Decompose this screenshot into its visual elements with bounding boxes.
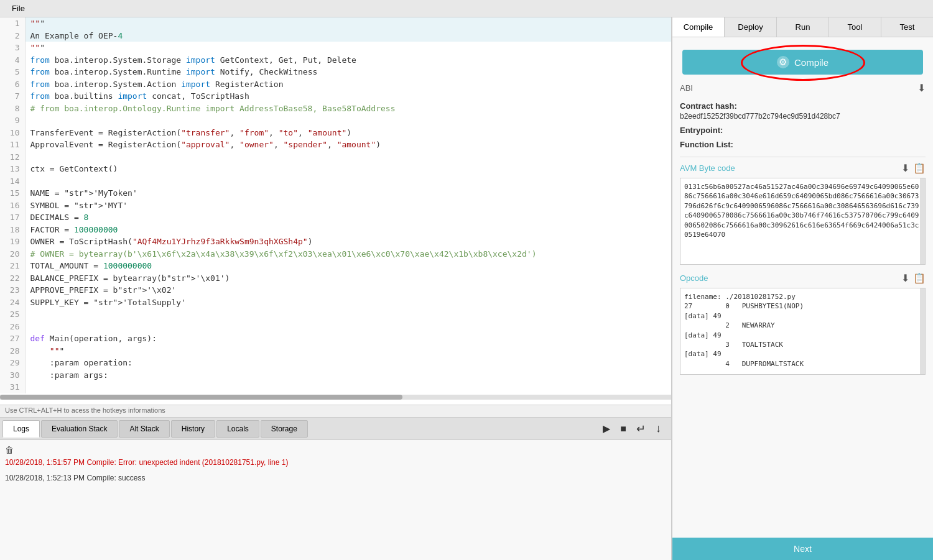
bottom-tab-bar: Logs Evaluation Stack Alt Stack History … xyxy=(0,418,671,440)
log-entry: 10/28/2018, 1:51:57 PM Compile: Error: u… xyxy=(5,457,666,468)
line-number: 23 xyxy=(0,284,25,296)
tab-test[interactable]: Test xyxy=(881,17,933,37)
line-number: 4 xyxy=(0,54,25,67)
line-content: """ xyxy=(25,42,671,54)
tab-history[interactable]: History xyxy=(171,420,215,438)
line-content: # OWNER = bytearray(b'\x61\x6f\x2a\x4a\x… xyxy=(25,248,671,260)
line-content xyxy=(25,381,671,393)
status-bar: Use CTRL+ALT+H to acess the hotkeys info… xyxy=(0,405,671,417)
line-content: def Main(operation, args): xyxy=(25,333,671,345)
line-number: 7 xyxy=(0,90,25,103)
line-content: TransferEvent = RegisterAction("transfer… xyxy=(25,127,671,139)
line-number: 2 xyxy=(0,30,25,42)
line-number: 12 xyxy=(0,151,25,163)
right-content: ⚙ Compile ABI ⬇ Contract hash: b2eedf152… xyxy=(672,37,933,538)
opcode-section: Opcode ⬇ 📋 filename: ./201810281752.py 2… xyxy=(680,272,926,375)
line-content: :param operation: xyxy=(25,357,671,369)
tab-logs[interactable]: Logs xyxy=(2,420,40,438)
function-list-label: Function List: xyxy=(680,140,926,149)
compile-btn-wrapper: ⚙ Compile xyxy=(682,50,923,75)
avm-download-button[interactable]: ⬇ xyxy=(901,162,909,174)
line-number: 29 xyxy=(0,357,25,369)
line-number: 31 xyxy=(0,381,25,393)
line-number: 3 xyxy=(0,42,25,54)
abi-row: ABI ⬇ xyxy=(680,80,926,96)
line-number: 14 xyxy=(0,175,25,188)
play-button[interactable]: ▶ xyxy=(600,421,613,436)
avm-bytecode-content: 0131c56b6a00527ac46a51527ac46a00c304696e… xyxy=(684,183,919,239)
opcode-download-button[interactable]: ⬇ xyxy=(901,272,909,284)
tab-run[interactable]: Run xyxy=(777,17,829,37)
line-content xyxy=(25,175,671,188)
line-number: 30 xyxy=(0,369,25,382)
tab-deploy[interactable]: Deploy xyxy=(725,17,777,37)
right-tab-bar: Compile Deploy Run Tool Test xyxy=(672,17,933,37)
line-content: An Example of OEP-4 xyxy=(25,30,671,42)
horizontal-scrollbar[interactable] xyxy=(0,395,671,400)
compile-button[interactable]: ⚙ Compile xyxy=(682,50,923,75)
line-number: 6 xyxy=(0,78,25,91)
line-number: 17 xyxy=(0,211,25,224)
line-content: DECIMALS = 8 xyxy=(25,211,671,224)
line-content: FACTOR = 100000000 xyxy=(25,224,671,236)
line-number: 10 xyxy=(0,127,25,139)
line-number: 24 xyxy=(0,296,25,309)
abi-download-button[interactable]: ⬇ xyxy=(917,82,926,94)
opcode-label[interactable]: Opcode xyxy=(680,273,708,283)
line-content: # from boa.interop.Ontology.Runtime impo… xyxy=(25,103,671,115)
tab-alt-stack[interactable]: Alt Stack xyxy=(119,420,169,438)
tab-evaluation-stack[interactable]: Evaluation Stack xyxy=(41,420,118,438)
menu-bar: File xyxy=(0,0,933,17)
menu-item-file[interactable]: File xyxy=(5,2,32,15)
line-number: 21 xyxy=(0,260,25,272)
avm-section: AVM Byte code ⬇ 📋 0131c56b6a00527ac46a51… xyxy=(680,157,926,265)
avm-scrollbar[interactable] xyxy=(920,178,925,264)
line-number: 28 xyxy=(0,345,25,357)
avm-header: AVM Byte code ⬇ 📋 xyxy=(680,162,926,174)
line-content: :param args: xyxy=(25,369,671,382)
line-number: 15 xyxy=(0,187,25,200)
step-over-button[interactable]: ↵ xyxy=(634,421,648,437)
line-content: SYMBOL = "str">'MYT' xyxy=(25,200,671,212)
opcode-scrollbar[interactable] xyxy=(920,288,925,374)
line-content: TOTAL_AMOUNT = 1000000000 xyxy=(25,260,671,272)
line-number: 9 xyxy=(0,114,25,127)
code-table: 1"""2An Example of OEP-43"""4from boa.in… xyxy=(0,17,671,393)
line-content: from boa.builtins import concat, ToScrip… xyxy=(25,90,671,103)
line-content xyxy=(25,151,671,163)
avm-actions: ⬇ 📋 xyxy=(901,162,926,174)
tab-compile[interactable]: Compile xyxy=(672,17,725,37)
opcode-copy-button[interactable]: 📋 xyxy=(913,272,926,284)
stop-button[interactable]: ■ xyxy=(618,422,629,436)
line-content xyxy=(25,114,671,127)
tab-tool[interactable]: Tool xyxy=(829,17,881,37)
log-content: 🗑 10/28/2018, 1:51:57 PM Compile: Error:… xyxy=(0,440,671,560)
entrypoint-label: Entrypoint: xyxy=(680,126,926,135)
contract-hash-value: b2eedf15252f39bcd777b2c794ec9d591d428bc7 xyxy=(680,112,926,121)
compile-icon: ⚙ xyxy=(777,56,789,68)
opcode-actions: ⬇ 📋 xyxy=(901,272,926,284)
line-content: from boa.interop.System.Runtime import N… xyxy=(25,66,671,78)
line-content: SUPPLY_KEY = "str">'TotalSupply' xyxy=(25,296,671,309)
line-number: 19 xyxy=(0,236,25,248)
line-number: 25 xyxy=(0,308,25,321)
step-into-button[interactable]: ↓ xyxy=(653,421,664,436)
avm-copy-button[interactable]: 📋 xyxy=(913,162,926,174)
line-content: from boa.interop.System.Storage import G… xyxy=(25,54,671,67)
avm-bytecode-label[interactable]: AVM Byte code xyxy=(680,163,735,173)
opcode-box[interactable]: filename: ./201810281752.py 27 0 PUSHBYT… xyxy=(680,288,926,375)
line-number: 13 xyxy=(0,163,25,175)
line-content: APPROVE_PREFIX = b"str">'\x02' xyxy=(25,284,671,296)
tab-locals[interactable]: Locals xyxy=(216,420,259,438)
line-number: 16 xyxy=(0,200,25,212)
tab-storage[interactable]: Storage xyxy=(261,420,308,438)
line-content: OWNER = ToScriptHash("AQf4Mzu1YJrhz9f3aR… xyxy=(25,236,671,248)
next-button[interactable]: Next xyxy=(672,538,933,560)
line-number: 26 xyxy=(0,321,25,333)
opcode-content: filename: ./201810281752.py 27 0 PUSHBYT… xyxy=(684,293,804,368)
code-editor[interactable]: 1"""2An Example of OEP-43"""4from boa.in… xyxy=(0,17,671,405)
line-content: """ xyxy=(25,345,671,357)
line-number: 5 xyxy=(0,66,25,78)
clear-logs-button[interactable]: 🗑 xyxy=(5,445,14,455)
avm-bytecode-box[interactable]: 0131c56b6a00527ac46a51527ac46a00c304696e… xyxy=(680,178,926,265)
